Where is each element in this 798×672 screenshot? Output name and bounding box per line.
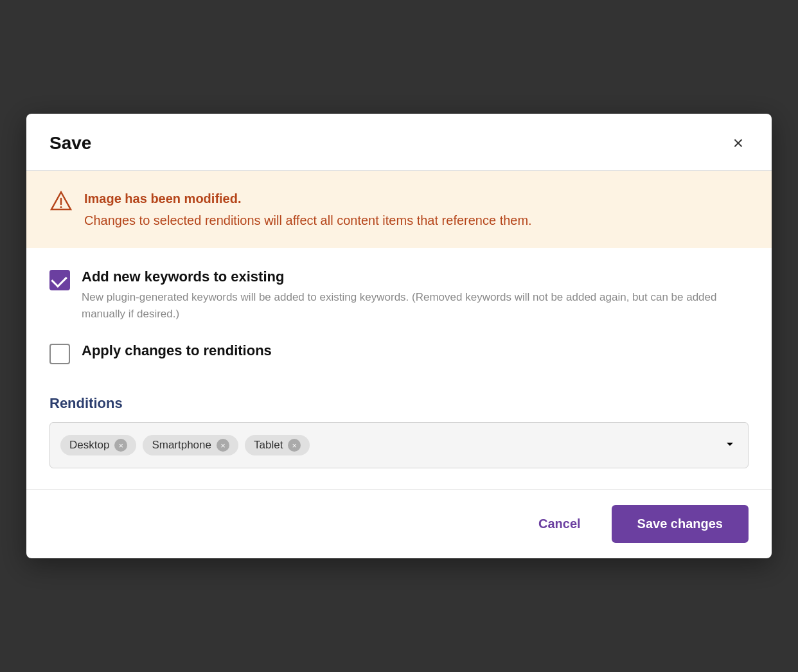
close-button[interactable]: × [728,132,749,155]
tag-desktop: Desktop × [60,435,136,455]
tag-desktop-remove[interactable]: × [114,439,127,452]
warning-line2: Changes to selected renditions will affe… [84,213,532,227]
option1-checkbox[interactable] [49,270,70,290]
tag-smartphone: Smartphone × [143,435,238,455]
cancel-button[interactable]: Cancel [523,509,596,539]
tag-desktop-label: Desktop [69,439,109,452]
option1-checkbox-wrapper[interactable] [49,270,70,290]
option2-checkbox-wrapper[interactable] [49,344,70,364]
option1-label: Add new keywords to existing [82,269,749,285]
renditions-section: Renditions Desktop × Smartphone × Tablet… [26,395,772,489]
modal-footer: Cancel Save changes [26,489,772,558]
warning-icon [49,190,73,216]
warning-line1: Image has been modified. [84,189,532,208]
renditions-title: Renditions [49,395,749,412]
modal-overlay: Save × Image has been modified. Changes … [0,0,798,672]
options-section: Add new keywords to existing New plugin-… [26,248,772,395]
option2-content: Apply changes to renditions [82,342,272,363]
modal-body: Image has been modified. Changes to sele… [26,171,772,489]
warning-banner: Image has been modified. Changes to sele… [26,171,772,248]
save-changes-button[interactable]: Save changes [612,505,749,543]
option1-description: New plugin-generated keywords will be ad… [82,289,749,322]
save-modal: Save × Image has been modified. Changes … [26,114,772,558]
option1-row: Add new keywords to existing New plugin-… [49,269,749,322]
renditions-input[interactable]: Desktop × Smartphone × Tablet × [49,422,749,468]
option2-label: Apply changes to renditions [82,342,272,359]
tag-tablet-label: Tablet [254,439,283,452]
tag-tablet: Tablet × [245,435,310,455]
warning-text: Image has been modified. Changes to sele… [84,189,532,230]
svg-point-1 [60,206,62,208]
tag-tablet-remove[interactable]: × [288,439,301,452]
option1-content: Add new keywords to existing New plugin-… [82,269,749,322]
option2-checkbox[interactable] [49,344,70,364]
renditions-dropdown[interactable] [722,436,738,454]
tag-smartphone-label: Smartphone [152,439,211,452]
modal-header: Save × [26,114,772,171]
option2-row: Apply changes to renditions [49,342,749,364]
tag-smartphone-remove[interactable]: × [217,439,229,452]
modal-title: Save [49,133,91,154]
